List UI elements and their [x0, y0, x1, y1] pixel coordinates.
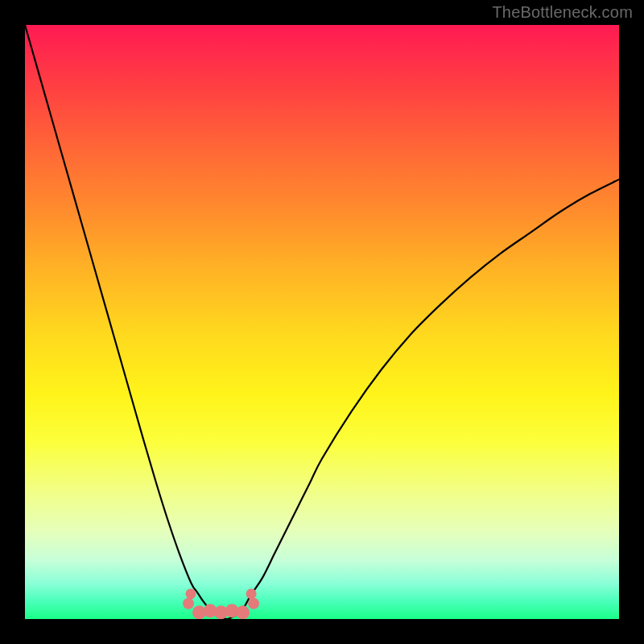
marker-dot: [246, 588, 257, 599]
marker-dot: [236, 605, 250, 619]
chart-curve-layer: [25, 25, 619, 619]
chart-plot-area: [25, 25, 619, 619]
marker-dot: [186, 588, 196, 599]
watermark-text: TheBottleneck.com: [492, 3, 633, 22]
marker-dot: [183, 598, 194, 609]
min-marker-band: [183, 588, 259, 619]
marker-dot: [248, 598, 259, 609]
bottleneck-curve: [25, 25, 619, 619]
